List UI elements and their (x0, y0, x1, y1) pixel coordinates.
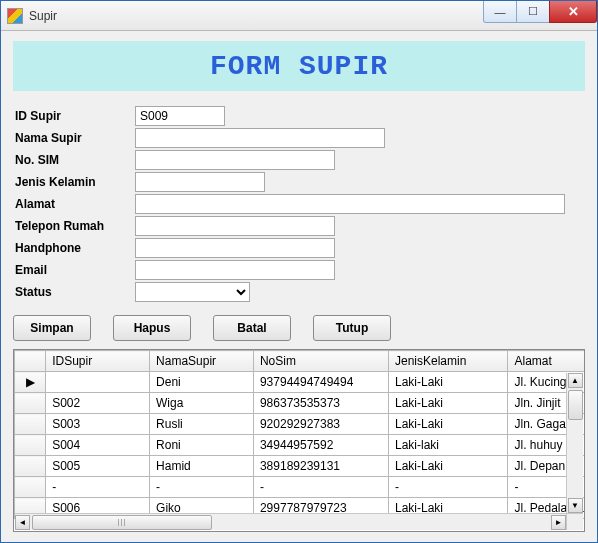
app-window: Supir — ☐ ✕ FORM SUPIR ID Supir Nama Sup… (0, 0, 598, 543)
label-no-sim: No. SIM (15, 153, 135, 167)
status-select[interactable] (135, 282, 250, 302)
telepon-rumah-input[interactable] (135, 216, 335, 236)
cell-sim[interactable]: 920292927383 (253, 414, 388, 435)
row-header[interactable] (15, 414, 46, 435)
page-title: FORM SUPIR (210, 51, 388, 82)
label-status: Status (15, 285, 135, 299)
table-row[interactable]: ▶S001Deni93794494749494Laki-LakiJl. Kuci… (15, 372, 585, 393)
alamat-input[interactable] (135, 194, 565, 214)
cell-sim[interactable]: 389189239131 (253, 456, 388, 477)
simpan-button[interactable]: Simpan (13, 315, 91, 341)
vertical-scrollbar[interactable]: ▲ ▼ (566, 373, 583, 513)
label-jenis-kelamin: Jenis Kelamin (15, 175, 135, 189)
vscroll-thumb[interactable] (568, 390, 583, 420)
nama-supir-input[interactable] (135, 128, 385, 148)
hapus-button[interactable]: Hapus (113, 315, 191, 341)
scroll-right-icon[interactable]: ► (551, 515, 566, 530)
table-row[interactable]: S002Wiga986373535373Laki-LakiJln. Jinjit (15, 393, 585, 414)
button-row: Simpan Hapus Batal Tutup (13, 309, 585, 349)
row-header[interactable] (15, 393, 46, 414)
cell-nama[interactable]: Wiga (150, 393, 254, 414)
horizontal-scrollbar[interactable]: ◄ ► (15, 513, 566, 530)
col-nosim[interactable]: NoSim (253, 351, 388, 372)
scroll-corner (566, 513, 583, 530)
minimize-button[interactable]: — (483, 1, 517, 23)
cell-jk[interactable]: Laki-Laki (389, 414, 508, 435)
label-alamat: Alamat (15, 197, 135, 211)
cell-nama[interactable]: Rusli (150, 414, 254, 435)
col-jeniskelamin[interactable]: JenisKelamin (389, 351, 508, 372)
cell-id[interactable]: S001 (46, 372, 150, 393)
row-header[interactable] (15, 477, 46, 498)
cell-id[interactable]: S002 (46, 393, 150, 414)
form-area: ID Supir Nama Supir No. SIM Jenis Kelami… (13, 101, 585, 309)
cell-nama[interactable]: Deni (150, 372, 254, 393)
label-nama-supir: Nama Supir (15, 131, 135, 145)
col-idsupir[interactable]: IDSupir (46, 351, 150, 372)
window-title: Supir (29, 9, 57, 23)
scroll-down-icon[interactable]: ▼ (568, 498, 583, 513)
row-header[interactable] (15, 456, 46, 477)
label-id-supir: ID Supir (15, 109, 135, 123)
row-header[interactable] (15, 435, 46, 456)
page-title-banner: FORM SUPIR (13, 41, 585, 91)
app-icon (7, 8, 23, 24)
cell-nama[interactable]: - (150, 477, 254, 498)
data-grid[interactable]: IDSupir NamaSupir NoSim JenisKelamin Ala… (13, 349, 585, 532)
cell-nama[interactable]: Hamid (150, 456, 254, 477)
cell-jk[interactable]: Laki-laki (389, 435, 508, 456)
grid-corner (15, 351, 46, 372)
cell-jk[interactable]: - (389, 477, 508, 498)
scroll-up-icon[interactable]: ▲ (568, 373, 583, 388)
close-button[interactable]: ✕ (549, 1, 597, 23)
cell-id[interactable]: S005 (46, 456, 150, 477)
cell-jk[interactable]: Laki-Laki (389, 372, 508, 393)
cell-jk[interactable]: Laki-Laki (389, 456, 508, 477)
cell-jk[interactable]: Laki-Laki (389, 393, 508, 414)
cell-nama[interactable]: Roni (150, 435, 254, 456)
cell-sim[interactable]: 34944957592 (253, 435, 388, 456)
handphone-input[interactable] (135, 238, 335, 258)
table-row[interactable]: S004Roni34944957592Laki-lakiJl. huhuy (15, 435, 585, 456)
table-row[interactable]: S003Rusli920292927383Laki-LakiJln. Gagak (15, 414, 585, 435)
email-input[interactable] (135, 260, 335, 280)
cell-sim[interactable]: - (253, 477, 388, 498)
cell-sim[interactable]: 93794494749494 (253, 372, 388, 393)
table-row[interactable]: S005Hamid389189239131Laki-LakiJl. Depan (15, 456, 585, 477)
id-supir-input[interactable] (135, 106, 225, 126)
label-telepon-rumah: Telepon Rumah (15, 219, 135, 233)
maximize-button[interactable]: ☐ (516, 1, 550, 23)
label-email: Email (15, 263, 135, 277)
cell-id[interactable]: S003 (46, 414, 150, 435)
table-row[interactable]: ----- (15, 477, 585, 498)
tutup-button[interactable]: Tutup (313, 315, 391, 341)
cell-id[interactable]: S004 (46, 435, 150, 456)
titlebar[interactable]: Supir — ☐ ✕ (1, 1, 597, 31)
col-namasupir[interactable]: NamaSupir (150, 351, 254, 372)
grid-header-row: IDSupir NamaSupir NoSim JenisKelamin Ala… (15, 351, 585, 372)
cell-sim[interactable]: 986373535373 (253, 393, 388, 414)
cell-id[interactable]: - (46, 477, 150, 498)
hscroll-thumb[interactable] (32, 515, 212, 530)
row-header[interactable]: ▶ (15, 372, 46, 393)
batal-button[interactable]: Batal (213, 315, 291, 341)
label-handphone: Handphone (15, 241, 135, 255)
scroll-left-icon[interactable]: ◄ (15, 515, 30, 530)
col-alamat[interactable]: Alamat (508, 351, 584, 372)
jenis-kelamin-input[interactable] (135, 172, 265, 192)
no-sim-input[interactable] (135, 150, 335, 170)
